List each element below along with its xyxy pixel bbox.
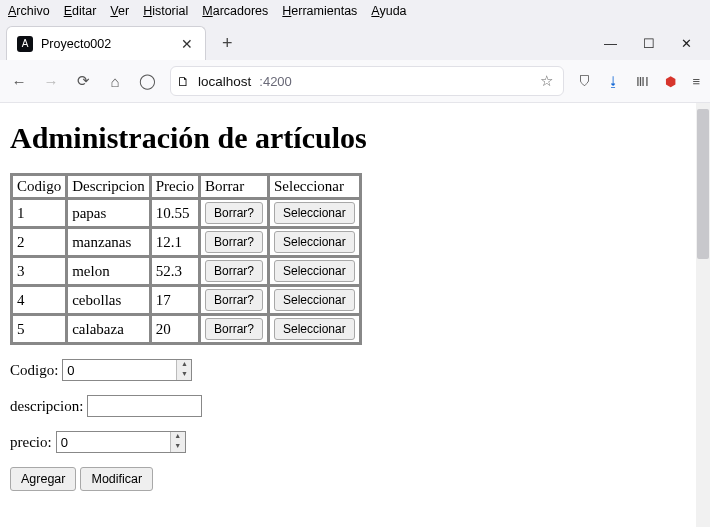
articles-table: Codigo Descripcion Precio Borrar Selecci…: [10, 173, 362, 345]
borrar-button[interactable]: Borrar?: [205, 231, 263, 253]
cell-codigo: 1: [12, 199, 66, 227]
bookmark-star-icon[interactable]: ☆: [540, 72, 553, 90]
page-viewport: Administración de artículos Codigo Descr…: [0, 103, 710, 527]
menu-ver[interactable]: Ver: [110, 4, 129, 18]
tab-title: Proyecto002: [41, 37, 111, 51]
cell-codigo: 2: [12, 228, 66, 256]
form-row-precio: precio: ▲▼: [10, 431, 700, 453]
reload-icon[interactable]: ⟳: [74, 72, 92, 90]
favicon-angular-icon: A: [17, 36, 33, 52]
table-row: 5calabaza20Borrar?Seleccionar: [12, 315, 360, 343]
seleccionar-button[interactable]: Seleccionar: [274, 260, 355, 282]
pocket-icon[interactable]: ⛉: [578, 74, 591, 89]
table-row: 4cebollas17Borrar?Seleccionar: [12, 286, 360, 314]
close-tab-icon[interactable]: ✕: [179, 36, 195, 52]
new-tab-icon[interactable]: +: [216, 33, 239, 54]
menu-editar[interactable]: Editar: [64, 4, 97, 18]
table-row: 2manzanas12.1Borrar?Seleccionar: [12, 228, 360, 256]
agregar-button[interactable]: Agregar: [10, 467, 76, 491]
codigo-input[interactable]: [62, 359, 192, 381]
precio-input[interactable]: [56, 431, 186, 453]
cell-descripcion: cebollas: [67, 286, 149, 314]
seleccionar-button[interactable]: Seleccionar: [274, 231, 355, 253]
modificar-button[interactable]: Modificar: [80, 467, 153, 491]
form-row-descripcion: descripcion:: [10, 395, 700, 417]
menu-archivo[interactable]: Archivo: [8, 4, 50, 18]
forward-icon: →: [42, 73, 60, 90]
seleccionar-button[interactable]: Seleccionar: [274, 289, 355, 311]
form-row-codigo: Codigo: ▲▼: [10, 359, 700, 381]
cell-precio: 10.55: [151, 199, 199, 227]
seleccionar-button[interactable]: Seleccionar: [274, 318, 355, 340]
cell-codigo: 4: [12, 286, 66, 314]
codigo-label: Codigo:: [10, 362, 58, 379]
col-precio: Precio: [151, 175, 199, 198]
borrar-button[interactable]: Borrar?: [205, 260, 263, 282]
library-icon[interactable]: ⅢⅠ: [636, 74, 649, 89]
toolbar-icons: ⛉ ⭳ ⅢⅠ ⬢ ≡: [578, 74, 700, 89]
cell-descripcion: melon: [67, 257, 149, 285]
vertical-scrollbar[interactable]: [696, 103, 710, 527]
menu-historial[interactable]: Historial: [143, 4, 188, 18]
cell-descripcion: manzanas: [67, 228, 149, 256]
cell-codigo: 5: [12, 315, 66, 343]
descripcion-label: descripcion:: [10, 398, 83, 415]
shield-permission-icon[interactable]: ◯: [138, 72, 156, 90]
cell-descripcion: papas: [67, 199, 149, 227]
download-icon[interactable]: ⭳: [607, 74, 620, 89]
descripcion-input[interactable]: [87, 395, 202, 417]
table-row: 1papas10.55Borrar?Seleccionar: [12, 199, 360, 227]
close-window-icon[interactable]: ✕: [681, 36, 692, 51]
nav-bar: ← → ⟳ ⌂ ◯ 🗋 localhost:4200 ☆ ⛉ ⭳ ⅢⅠ ⬢ ≡: [0, 60, 710, 103]
security-shield-icon[interactable]: ⬢: [665, 74, 676, 89]
table-row: 3melon52.3Borrar?Seleccionar: [12, 257, 360, 285]
col-seleccionar: Seleccionar: [269, 175, 360, 198]
back-icon[interactable]: ←: [10, 73, 28, 90]
col-codigo: Codigo: [12, 175, 66, 198]
menu-ayuda[interactable]: Ayuda: [371, 4, 406, 18]
lock-icon: 🗋: [177, 74, 190, 89]
window-controls: — ☐ ✕: [604, 36, 704, 51]
url-host: localhost: [198, 74, 251, 89]
browser-tab[interactable]: A Proyecto002 ✕: [6, 26, 206, 60]
home-icon[interactable]: ⌂: [106, 73, 124, 90]
minimize-icon[interactable]: —: [604, 36, 617, 51]
menu-marcadores[interactable]: Marcadores: [202, 4, 268, 18]
url-bar[interactable]: 🗋 localhost:4200 ☆: [170, 66, 564, 96]
table-header-row: Codigo Descripcion Precio Borrar Selecci…: [12, 175, 360, 198]
cell-precio: 52.3: [151, 257, 199, 285]
precio-label: precio:: [10, 434, 52, 451]
cell-descripcion: calabaza: [67, 315, 149, 343]
maximize-icon[interactable]: ☐: [643, 36, 655, 51]
app-menu-icon[interactable]: ≡: [692, 74, 700, 89]
codigo-stepper[interactable]: ▲▼: [176, 360, 191, 380]
scrollbar-thumb[interactable]: [697, 109, 709, 259]
col-descripcion: Descripcion: [67, 175, 149, 198]
page-content: Administración de artículos Codigo Descr…: [0, 103, 710, 501]
borrar-button[interactable]: Borrar?: [205, 202, 263, 224]
precio-stepper[interactable]: ▲▼: [170, 432, 185, 452]
seleccionar-button[interactable]: Seleccionar: [274, 202, 355, 224]
cell-precio: 20: [151, 315, 199, 343]
menu-bar: Archivo Editar Ver Historial Marcadores …: [0, 0, 710, 22]
cell-codigo: 3: [12, 257, 66, 285]
tab-bar: A Proyecto002 ✕ + — ☐ ✕: [0, 22, 710, 60]
borrar-button[interactable]: Borrar?: [205, 318, 263, 340]
cell-precio: 12.1: [151, 228, 199, 256]
page-title: Administración de artículos: [10, 121, 700, 155]
url-port: :4200: [259, 74, 292, 89]
cell-precio: 17: [151, 286, 199, 314]
form-buttons: Agregar Modificar: [10, 467, 700, 491]
menu-herramientas[interactable]: Herramientas: [282, 4, 357, 18]
col-borrar: Borrar: [200, 175, 268, 198]
borrar-button[interactable]: Borrar?: [205, 289, 263, 311]
